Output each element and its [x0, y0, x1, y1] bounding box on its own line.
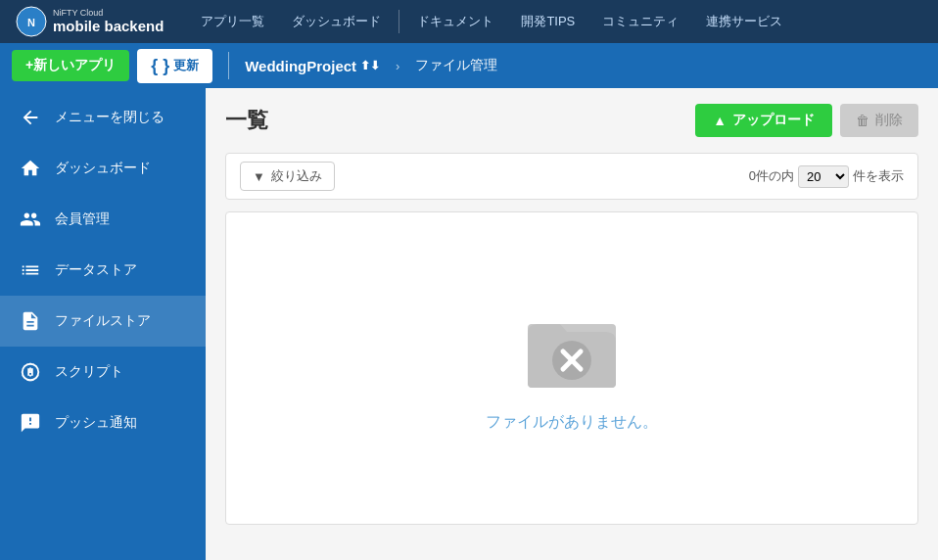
empty-folder-icon [523, 304, 621, 393]
content-area: 一覧 ▲ アップロード 🗑 削除 ▼ 絞り込み 0件の内 20 [206, 88, 938, 560]
datastore-label: データストア [55, 261, 137, 279]
brand-icon: N [16, 6, 47, 37]
main-layout: メニューを閉じる ダッシュボード 会員管理 データストア [0, 88, 938, 560]
delete-button[interactable]: 🗑 削除 [840, 104, 918, 137]
top-navigation: N NiFTY Cloud mobile backend アプリ一覧 ダッシュボ… [0, 0, 938, 43]
svg-text:N: N [27, 17, 35, 28]
nav-tips[interactable]: 開発TIPS [507, 0, 588, 43]
members-icon [18, 207, 43, 232]
update-button[interactable]: { } 更新 [137, 49, 212, 83]
script-label: スクリプト [55, 363, 123, 381]
nav-integration[interactable]: 連携サービス [692, 0, 796, 43]
nav-app-list[interactable]: アプリ一覧 [187, 0, 278, 43]
pagination-control: 0件の内 20 10 50 100 件を表示 [749, 165, 904, 188]
upload-button[interactable]: ▲ アップロード [695, 104, 832, 137]
brand-logo-area: N NiFTY Cloud mobile backend [16, 6, 164, 37]
delete-label: 削除 [875, 112, 903, 129]
brand-name: NiFTY Cloud mobile backend [53, 8, 164, 36]
nav-divider-1 [399, 10, 399, 33]
sidebar-item-close-menu[interactable]: メニューを閉じる [0, 92, 206, 143]
page-title: 一覧 [225, 106, 268, 135]
action-bar-divider [228, 52, 229, 79]
nav-docs[interactable]: ドキュメント [403, 0, 507, 43]
dashboard-icon [18, 156, 43, 181]
header-actions: ▲ アップロード 🗑 削除 [695, 104, 918, 137]
per-page-select[interactable]: 20 10 50 100 [798, 165, 849, 188]
empty-state: ファイルがありません。 [225, 211, 918, 525]
breadcrumb-separator: › [396, 59, 399, 73]
close-menu-label: メニューを閉じる [55, 109, 164, 126]
per-page-suffix: 件を表示 [853, 167, 904, 185]
filter-row: ▼ 絞り込み 0件の内 20 10 50 100 件を表示 [225, 153, 918, 200]
sidebar-item-filestore[interactable]: ファイルストア [0, 296, 206, 347]
filter-icon: ▼ [253, 169, 265, 184]
update-label: 更新 [173, 57, 199, 74]
upload-icon: ▲ [713, 113, 727, 128]
sidebar: メニューを閉じる ダッシュボード 会員管理 データストア [0, 88, 206, 560]
nav-dashboard[interactable]: ダッシュボード [278, 0, 395, 43]
sidebar-item-datastore[interactable]: データストア [0, 245, 206, 296]
sidebar-item-script[interactable]: スクリプト [0, 347, 206, 397]
project-selector[interactable]: WeddingProject ⬆⬇ [245, 58, 380, 74]
datastore-icon [18, 257, 43, 283]
current-page-label: ファイル管理 [415, 57, 497, 74]
empty-state-message: ファイルがありません。 [486, 412, 658, 433]
dashboard-label: ダッシュボード [55, 160, 151, 177]
push-icon [18, 410, 43, 436]
upload-label: アップロード [732, 112, 815, 129]
filter-button[interactable]: ▼ 絞り込み [240, 162, 335, 191]
project-arrow-icon: ⬆⬇ [360, 59, 380, 72]
push-label: プッシュ通知 [55, 414, 137, 432]
filter-label: 絞り込み [271, 167, 322, 185]
new-app-button[interactable]: +新しいアプリ [12, 50, 129, 81]
curly-braces-icon: { } [151, 56, 169, 76]
sidebar-item-dashboard[interactable]: ダッシュボード [0, 143, 206, 194]
nav-community[interactable]: コミュニティ [588, 0, 692, 43]
script-icon [18, 359, 43, 385]
new-app-label: +新しいアプリ [25, 57, 116, 74]
project-name: WeddingProject [245, 58, 356, 74]
filestore-icon [18, 308, 43, 334]
action-bar: +新しいアプリ { } 更新 WeddingProject ⬆⬇ › ファイル管… [0, 43, 938, 88]
arrow-left-icon [18, 105, 43, 130]
trash-icon: 🗑 [856, 113, 869, 128]
members-label: 会員管理 [55, 210, 110, 228]
sidebar-item-members[interactable]: 会員管理 [0, 194, 206, 245]
filestore-label: ファイルストア [55, 312, 151, 330]
content-header: 一覧 ▲ アップロード 🗑 削除 [225, 104, 918, 137]
sidebar-item-push[interactable]: プッシュ通知 [0, 397, 206, 448]
count-text: 0件の内 [749, 167, 794, 185]
